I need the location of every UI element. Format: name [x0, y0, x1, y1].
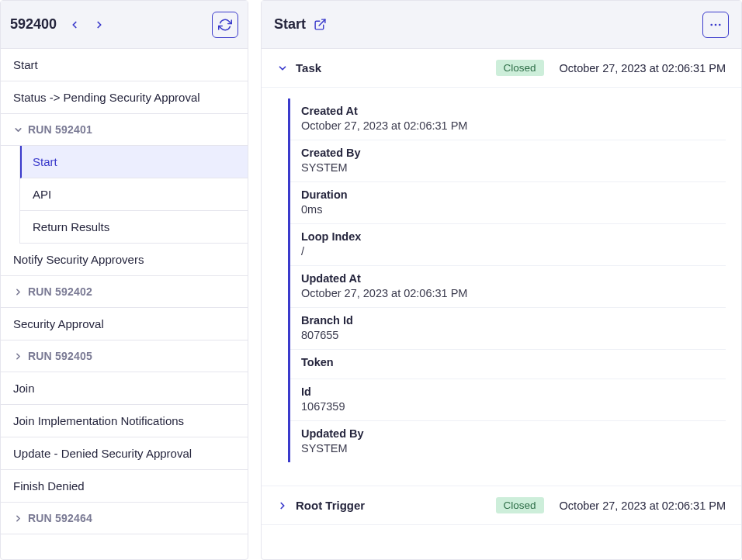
chevron-right-icon	[13, 287, 23, 297]
list-item[interactable]: Finish Denied	[1, 470, 248, 503]
run-child-item[interactable]: Start	[20, 146, 248, 178]
run-toggle-row[interactable]: RUN 592405	[1, 340, 248, 372]
chevron-down-icon	[13, 125, 23, 135]
field-label: Updated By	[301, 427, 715, 440]
more-actions-button[interactable]	[702, 12, 729, 38]
field-value: October 27, 2023 at 02:06:31 PM	[301, 119, 715, 132]
task-section-header[interactable]: Task Closed October 27, 2023 at 02:06:31…	[262, 49, 741, 88]
field-value: SYSTEM	[301, 161, 715, 174]
refresh-button[interactable]	[212, 12, 238, 38]
field-label: Updated At	[301, 272, 715, 285]
detail-field: Created AtOctober 27, 2023 at 02:06:31 P…	[290, 99, 726, 140]
field-label: Duration	[301, 188, 715, 201]
field-value: /	[301, 245, 715, 258]
svg-point-2	[715, 23, 717, 26]
refresh-icon	[218, 18, 232, 32]
list-item[interactable]: Join Implementation Notifications	[1, 405, 248, 437]
chevron-left-icon	[69, 19, 80, 30]
run-child-item[interactable]: Return Results	[20, 211, 248, 244]
detail-field: Created BySYSTEM	[290, 140, 726, 182]
detail-field: Updated AtOctober 27, 2023 at 02:06:31 P…	[290, 266, 726, 308]
list-item[interactable]: Security Approval	[1, 308, 248, 340]
ellipsis-icon	[709, 18, 723, 32]
root-trigger-timestamp: October 27, 2023 at 02:06:31 PM	[560, 500, 726, 512]
detail-field: Id1067359	[290, 379, 726, 421]
run-child-item[interactable]: API	[20, 178, 248, 211]
task-status-badge: Closed	[496, 60, 544, 76]
list-item[interactable]: Notify Security Approvers	[1, 244, 248, 276]
right-body[interactable]: Task Closed October 27, 2023 at 02:06:31…	[262, 49, 741, 559]
field-value: October 27, 2023 at 02:06:31 PM	[301, 287, 715, 299]
detail-title: Start	[274, 16, 306, 33]
run-id-title: 592400	[10, 16, 57, 33]
root-trigger-section-header[interactable]: Root Trigger Closed October 27, 2023 at …	[262, 486, 741, 525]
open-external-button[interactable]	[314, 18, 327, 31]
field-label: Token	[301, 356, 715, 368]
field-label: Loop Index	[301, 230, 715, 243]
svg-point-1	[710, 23, 713, 26]
list-item[interactable]: Join	[1, 372, 248, 405]
detail-field: Branch Id807655	[290, 308, 726, 350]
svg-line-0	[319, 19, 325, 26]
task-detail-block: Created AtOctober 27, 2023 at 02:06:31 P…	[288, 99, 726, 462]
run-label: RUN 592401	[28, 123, 92, 136]
left-header: 592400	[1, 1, 248, 49]
field-label: Created By	[301, 147, 715, 159]
run-toggle-row[interactable]: RUN 592464	[1, 503, 248, 534]
chevron-right-icon	[277, 500, 288, 511]
chevron-down-icon	[277, 63, 288, 74]
task-timestamp: October 27, 2023 at 02:06:31 PM	[560, 62, 726, 74]
field-value: 1067359	[301, 400, 715, 413]
external-link-icon	[314, 18, 327, 31]
field-label: Branch Id	[301, 314, 715, 327]
list-item[interactable]: Update - Denied Security Approval	[1, 437, 248, 470]
root-trigger-section-title: Root Trigger	[296, 499, 365, 512]
list-item[interactable]: Status -> Pending Security Approval	[1, 81, 248, 114]
field-value: 807655	[301, 329, 715, 341]
field-label: Created At	[301, 105, 715, 117]
detail-field: Token	[290, 350, 726, 379]
run-label: RUN 592464	[28, 512, 92, 524]
left-panel: 592400 StartStatus -> Pending Security A…	[0, 0, 248, 560]
field-value: SYSTEM	[301, 442, 715, 455]
detail-field: Updated BySYSTEM	[290, 421, 726, 462]
chevron-right-icon	[13, 513, 23, 524]
detail-field: Loop Index/	[290, 224, 726, 266]
run-toggle-row[interactable]: RUN 592401	[1, 114, 248, 146]
next-button[interactable]	[88, 13, 111, 36]
nav-arrows	[63, 13, 111, 36]
right-panel: Start Task Closed October 27, 2023 at 02…	[261, 0, 742, 560]
root-trigger-status-badge: Closed	[496, 497, 544, 513]
run-toggle-row[interactable]: RUN 592402	[1, 276, 248, 308]
detail-field: Duration0ms	[290, 182, 726, 224]
run-label: RUN 592405	[28, 350, 92, 362]
field-value: 0ms	[301, 203, 715, 216]
field-label: Id	[301, 385, 715, 398]
run-children: StartAPIReturn Results	[19, 146, 248, 244]
prev-button[interactable]	[63, 13, 86, 36]
svg-point-3	[719, 23, 721, 26]
right-header: Start	[262, 1, 741, 49]
task-section-title: Task	[296, 61, 321, 74]
run-label: RUN 592402	[28, 285, 92, 298]
left-list[interactable]: StartStatus -> Pending Security Approval…	[1, 49, 248, 559]
list-item[interactable]: Start	[1, 49, 248, 81]
chevron-right-icon	[13, 351, 23, 361]
chevron-right-icon	[94, 19, 105, 30]
